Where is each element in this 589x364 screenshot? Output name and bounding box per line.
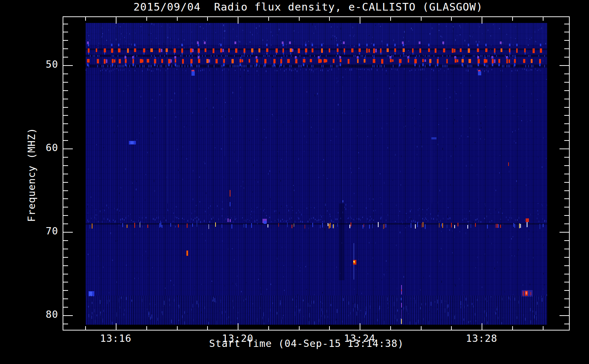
noise-speckle [277,34,277,36]
burst-sideband [437,63,438,66]
dense-tick [202,55,203,57]
y-minor-tick [63,207,68,207]
rfi-burst [348,59,349,64]
noise-speckle [126,265,127,266]
speckle [393,68,394,70]
noise-speckle [367,136,368,137]
dense-tick [393,55,394,57]
noise-speckle [533,257,534,258]
dark-speckle [322,75,322,76]
noise-speckle [410,52,410,53]
dense-tick [142,65,143,67]
bottom-streak [335,321,336,323]
speckle [300,69,301,70]
noise-speckle [221,148,222,150]
burst-sideband [380,52,382,55]
noise-speckle [212,281,212,282]
speckle [177,69,177,70]
noise-speckle [459,138,460,139]
y-minor-tick [564,249,569,249]
noise-speckle [467,23,467,24]
speckle [542,218,543,219]
burst-event [431,137,436,139]
dense-tick [241,65,242,67]
noise-speckle [417,146,418,147]
burst-sideband [296,57,297,59]
carrier-dash [159,223,160,228]
dark-speckle [428,180,428,182]
dense-tick [182,65,182,67]
noise-speckle [393,278,393,280]
speckle [155,219,155,221]
noise-speckle [396,245,396,246]
dark-speckle [278,32,279,34]
dense-tick [268,65,268,67]
noise-speckle [139,86,140,88]
bottom-streak [109,300,110,302]
bottom-streak [498,317,498,319]
noise-speckle [175,216,175,218]
dense-tick [316,55,316,57]
y-minor-tick [564,40,569,41]
rfi-burst [88,48,90,53]
rfi-burst [114,59,115,63]
dark-speckle [159,154,159,155]
dense-tick [509,65,510,67]
dense-tick [161,55,162,57]
dense-tick [307,55,308,57]
noise-speckle [408,50,409,51]
noise-speckle [122,219,122,221]
burst-event [230,190,230,197]
noise-speckle [341,43,342,44]
noise-speckle [338,80,338,82]
bottom-streak [537,302,538,305]
dense-tick [151,55,152,57]
dense-tick [348,55,348,57]
noise-speckle [340,273,340,274]
carrier-dash [422,223,422,228]
noise-speckle [285,247,285,248]
noise-speckle [182,70,183,71]
dense-tick [435,65,436,67]
rfi-burst [477,48,479,52]
burst-sideband [124,56,126,59]
dense-tick [457,65,458,67]
noise-speckle [175,226,176,227]
speckle [488,70,489,72]
bottom-streak [337,309,337,313]
dense-tick [384,65,385,67]
noise-speckle [345,46,345,48]
bottom-streak [157,318,158,320]
dense-tick [150,65,150,67]
noise-speckle [256,27,257,29]
noise-speckle [336,266,337,268]
speckle [339,68,339,70]
noise-speckle [336,40,337,41]
y-minor-tick [63,174,68,174]
dense-tick [148,65,149,67]
dark-speckle [420,131,421,133]
speckle [322,221,323,222]
bottom-streak [415,300,416,304]
bottom-streak [357,304,358,308]
noise-speckle [344,207,345,208]
dense-tick [230,55,230,57]
noise-speckle [476,219,477,221]
noise-speckle [100,210,100,212]
rfi-burst [446,59,448,63]
noise-speckle [155,117,155,118]
noise-speckle [251,208,252,209]
noise-speckle [215,147,216,148]
noise-speckle [351,264,351,266]
rfi-burst [494,59,495,63]
speckle [404,68,404,70]
speckle [295,68,296,70]
burst-sideband [321,44,323,46]
speckle [116,68,117,69]
dark-speckle [123,172,124,173]
noise-speckle [120,39,120,40]
noise-speckle [321,216,322,217]
dense-tick [365,55,366,57]
noise-speckle [88,221,88,223]
noise-speckle [419,214,419,216]
